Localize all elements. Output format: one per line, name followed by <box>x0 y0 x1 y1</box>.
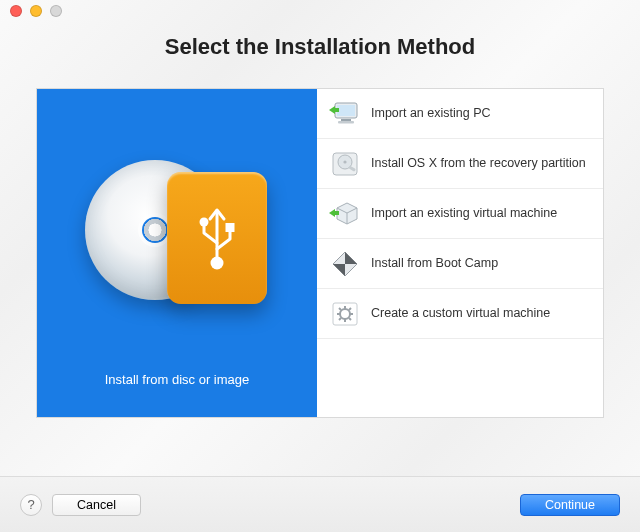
harddrive-icon <box>329 150 361 178</box>
window-close-button[interactable] <box>10 5 22 17</box>
cancel-button[interactable]: Cancel <box>52 494 141 516</box>
hero-illustration <box>77 148 277 318</box>
option-import-vm[interactable]: Import an existing virtual machine <box>317 189 603 239</box>
continue-button[interactable]: Continue <box>520 494 620 516</box>
option-label: Install from Boot Camp <box>371 256 498 272</box>
footer-bar: ? Cancel Continue <box>0 476 640 532</box>
monitor-arrow-icon <box>329 100 361 128</box>
installer-window: Select the Installation Method <box>0 0 640 532</box>
option-label: Import an existing virtual machine <box>371 206 557 222</box>
option-install-recovery[interactable]: Install OS X from the recovery partition <box>317 139 603 189</box>
svg-rect-5 <box>337 105 355 116</box>
option-custom-vm[interactable]: Create a custom virtual machine <box>317 289 603 339</box>
help-button[interactable]: ? <box>20 494 42 516</box>
svg-marker-18 <box>333 264 345 276</box>
page-title: Select the Installation Method <box>0 34 640 60</box>
options-list: Import an existing PC Install OS X from … <box>317 89 603 417</box>
svg-rect-7 <box>338 121 354 124</box>
window-minimize-button[interactable] <box>30 5 42 17</box>
svg-rect-6 <box>341 119 351 121</box>
svg-marker-17 <box>345 252 357 264</box>
usb-trident-icon <box>196 203 238 273</box>
svg-line-28 <box>339 318 341 320</box>
svg-point-11 <box>343 160 346 163</box>
bootcamp-icon <box>329 250 361 278</box>
gear-frame-icon <box>329 300 361 328</box>
option-label: Create a custom virtual machine <box>371 306 550 322</box>
window-titlebar <box>0 0 640 22</box>
page-header: Select the Installation Method <box>0 22 640 88</box>
option-label: Import an existing PC <box>371 106 491 122</box>
cube-arrow-icon <box>329 200 361 228</box>
option-import-pc[interactable]: Import an existing PC <box>317 89 603 139</box>
window-zoom-button <box>50 5 62 17</box>
option-boot-camp[interactable]: Install from Boot Camp <box>317 239 603 289</box>
svg-line-27 <box>349 308 351 310</box>
svg-line-25 <box>339 308 341 310</box>
usb-drive-icon <box>167 172 267 304</box>
svg-rect-2 <box>226 223 235 232</box>
help-icon: ? <box>27 497 34 512</box>
svg-point-1 <box>200 218 209 227</box>
svg-line-26 <box>349 318 351 320</box>
hero-label: Install from disc or image <box>105 372 250 387</box>
svg-point-3 <box>211 257 224 270</box>
option-label: Install OS X from the recovery partition <box>371 156 586 172</box>
hero-install-disc-image[interactable]: Install from disc or image <box>37 89 317 417</box>
method-panel: Install from disc or image Import an exi… <box>36 88 604 418</box>
